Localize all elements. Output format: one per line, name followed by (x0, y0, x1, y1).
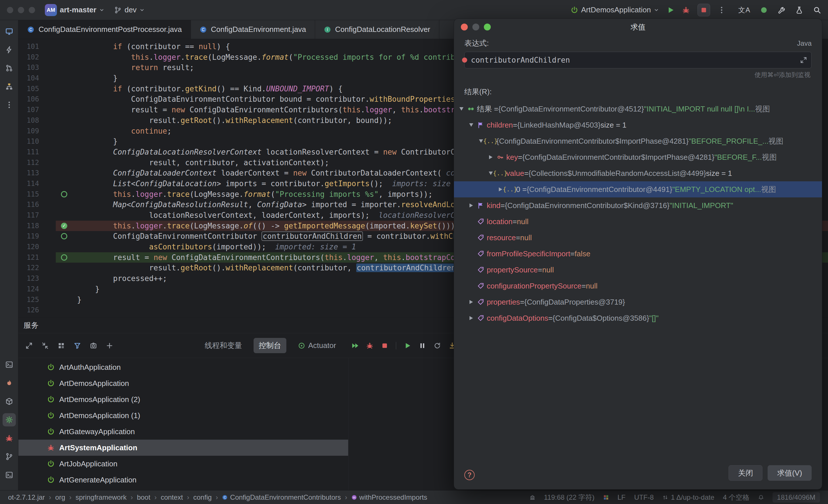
help-button[interactable]: ? (464, 470, 475, 480)
line-number[interactable]: 109 (18, 126, 56, 136)
gutter[interactable] (56, 252, 77, 263)
expression-input[interactable]: contributorAndChildren (464, 52, 812, 68)
line-number[interactable]: 124 (18, 284, 56, 294)
rerun-icon[interactable] (433, 342, 441, 350)
breadcrumb-item[interactable]: CConfigDataEnvironmentContributors (222, 493, 341, 501)
view-link[interactable]: 视图 (761, 184, 776, 194)
breakpoint-circle-icon[interactable] (61, 191, 67, 197)
host-icon[interactable] (530, 495, 535, 500)
breakpoint-circle-icon[interactable] (61, 233, 67, 239)
gutter[interactable] (56, 242, 77, 252)
search-icon[interactable] (813, 6, 821, 14)
flask-icon[interactable] (795, 6, 803, 14)
chevron-collapsed-icon[interactable] (486, 155, 495, 159)
gutter[interactable] (56, 305, 77, 316)
close-button[interactable]: 关闭 (729, 465, 762, 481)
gutter[interactable] (56, 168, 77, 178)
minimize-window-button[interactable] (18, 7, 24, 13)
filter-icon[interactable] (74, 342, 81, 350)
breakpoint-circle-icon[interactable] (61, 254, 67, 261)
rail-button-services[interactable] (3, 413, 16, 426)
debugger-tab[interactable]: 控制台 (254, 338, 286, 353)
line-number[interactable]: 116 (18, 199, 56, 210)
chevron-collapsed-icon[interactable] (467, 316, 476, 320)
stop-icon[interactable] (381, 342, 388, 350)
add-icon[interactable] (106, 342, 113, 350)
line-number[interactable]: 126 (18, 305, 56, 316)
line-number[interactable]: 122 (18, 263, 56, 273)
zoom-window-button[interactable] (29, 7, 35, 13)
more-actions-button[interactable] (717, 6, 726, 14)
tree-row[interactable]: kind = {ConfigDataEnvironmentContributor… (454, 197, 822, 214)
gutter[interactable] (56, 52, 77, 63)
rail-button-build[interactable] (3, 395, 16, 408)
tree-row[interactable]: fromProfileSpecificImport = false (454, 246, 822, 262)
indent-widget[interactable]: 4 个空格 (723, 493, 749, 502)
line-number[interactable]: 106 (18, 94, 56, 104)
stop-button[interactable] (698, 4, 710, 16)
gutter[interactable] (56, 136, 77, 147)
service-item[interactable]: ArtGatewayApplication (18, 423, 348, 440)
line-number[interactable]: 119 (18, 231, 56, 242)
gutter[interactable] (56, 157, 77, 168)
gutter[interactable] (56, 41, 77, 52)
chevron-expanded-icon[interactable] (457, 107, 466, 110)
line-number[interactable]: 123 (18, 273, 56, 284)
chevron-collapsed-icon[interactable] (467, 300, 476, 304)
wrench-icon[interactable] (777, 6, 785, 14)
gutter[interactable] (56, 294, 77, 305)
status-dot-icon[interactable] (760, 6, 768, 14)
view-link[interactable]: 视图 (755, 104, 770, 114)
service-item[interactable]: ArtJobApplication (18, 456, 348, 472)
caret-position-widget[interactable]: 119:68 (22 字符) (544, 493, 594, 502)
line-number[interactable]: 102 (18, 52, 56, 63)
branch-widget[interactable]: dev (114, 5, 144, 14)
gutter[interactable] (56, 178, 77, 189)
line-number[interactable]: 101 (18, 41, 56, 52)
gutter[interactable] (56, 84, 77, 94)
play-icon[interactable] (404, 342, 411, 350)
memory-indicator[interactable]: 1816/4096M (773, 492, 820, 503)
view-link[interactable]: 视图 (762, 152, 777, 163)
line-number[interactable]: 125 (18, 294, 56, 305)
tree-row[interactable]: propertySource = null (454, 262, 822, 278)
tree-row[interactable]: location = null (454, 214, 822, 230)
line-number[interactable]: 104 (18, 73, 56, 84)
project-widget[interactable]: AM art-master (45, 4, 105, 16)
rail-button-profiler[interactable] (3, 376, 16, 390)
line-number[interactable]: 108 (18, 115, 56, 126)
tree-row[interactable]: configurationPropertySource = null (454, 278, 822, 294)
gutter[interactable] (56, 104, 77, 115)
line-number[interactable]: 120 (18, 242, 56, 252)
notifications-icon[interactable] (758, 495, 764, 500)
line-number[interactable]: 105 (18, 84, 56, 94)
gutter[interactable] (56, 94, 77, 104)
breadcrumb-item[interactable]: springframework (76, 493, 126, 501)
tree-row[interactable]: {..}value = {Collections$UnmodifiableRan… (454, 165, 822, 181)
service-item[interactable]: ArtDemosApplication (18, 375, 348, 392)
line-number[interactable]: 117 (18, 210, 56, 221)
line-ending-widget[interactable]: LF (618, 493, 626, 501)
editor-tab[interactable]: CConfigDataEnvironment.java (191, 20, 315, 39)
line-number[interactable]: 114 (18, 178, 56, 189)
gutter[interactable] (56, 189, 77, 200)
expand-editor-icon[interactable] (800, 56, 807, 64)
dialog-minimize-button[interactable] (472, 24, 479, 31)
breadcrumb-item[interactable]: config (193, 493, 212, 501)
close-window-button[interactable] (7, 7, 13, 13)
gutter[interactable] (56, 62, 77, 73)
line-number[interactable]: 103 (18, 62, 56, 73)
tree-row[interactable]: children = {LinkedHashMap@4503} size = 1 (454, 117, 822, 133)
line-number[interactable]: 113 (18, 168, 56, 178)
service-item[interactable]: ArtDemosApplication (2) (18, 392, 348, 407)
service-item[interactable]: ArtDemosApplication (1) (18, 407, 348, 423)
dialog-zoom-button[interactable] (484, 24, 491, 31)
service-item[interactable]: ArtAuthApplication (18, 359, 348, 375)
gutter[interactable] (56, 126, 77, 136)
gutter[interactable] (56, 73, 77, 84)
tree-row[interactable]: key = {ConfigDataEnvironmentContributor$… (454, 149, 822, 165)
encoding-widget[interactable]: UTF-8 (634, 493, 654, 501)
line-number[interactable]: 115 (18, 189, 56, 200)
tree-row[interactable]: configDataOptions = {ConfigData$Options@… (454, 310, 822, 326)
breadcrumb-item[interactable]: context (161, 493, 183, 501)
